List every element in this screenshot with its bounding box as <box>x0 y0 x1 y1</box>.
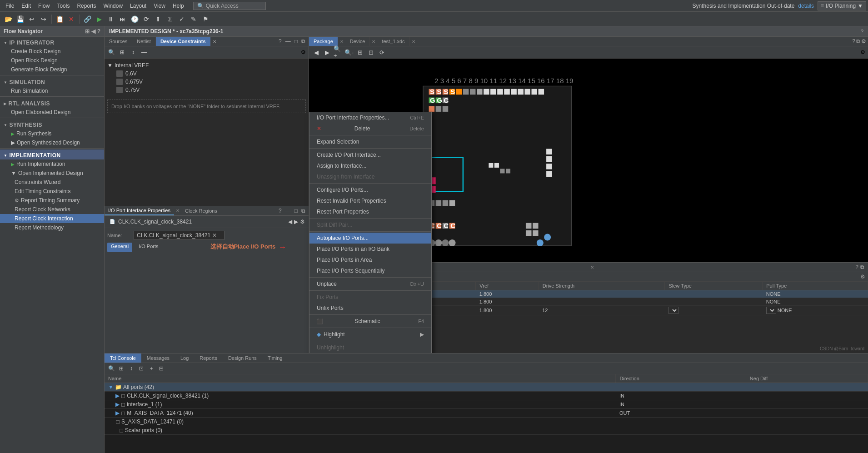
nav-open-elaborated[interactable]: Open Elaborated Design <box>0 108 104 117</box>
tb-undo-btn[interactable]: ↩ <box>26 14 37 25</box>
nav-report-clock-interaction[interactable]: Report Clock Interaction <box>0 214 104 223</box>
nav-section-simulation[interactable]: ▼ SIMULATION <box>0 76 104 86</box>
cm-schematic[interactable]: ⬛ Schematic F4 <box>309 316 431 327</box>
console-expand-icon[interactable]: ⊡ <box>137 364 145 373</box>
io-name-value[interactable]: CLK.CLK_signal_clock_38421 ✕ <box>134 231 224 240</box>
tab-action-minimize[interactable]: — <box>284 37 292 45</box>
console-add-icon[interactable]: + <box>147 364 155 373</box>
menu-window[interactable]: Window <box>100 2 126 10</box>
nav-open-synthesized[interactable]: ▶ Open Synthesized Design <box>0 138 104 147</box>
nav-open-implemented[interactable]: ▼ Open Implemented Design <box>0 169 104 178</box>
tb-edit-btn[interactable]: ✎ <box>188 14 199 25</box>
nav-section-implementation[interactable]: ▼ IMPLEMENTATION <box>0 149 104 159</box>
cm-place-in-bank[interactable]: Place I/O Ports in an I/O Bank <box>309 244 431 254</box>
console-tab-messages[interactable]: Messages <box>141 353 175 363</box>
port-row-maxis[interactable]: ▶ ◻ M_AXIS_DATA_12471 (40) OUT <box>105 409 868 418</box>
tab-device-constraints[interactable]: Device Constraints <box>156 37 211 46</box>
tb-run-btn[interactable]: ▶ <box>94 14 105 25</box>
tb-connect-btn[interactable]: 🔗 <box>82 14 93 25</box>
cm-reset-port[interactable]: Reset Port Properties <box>309 206 431 217</box>
io-ports-help[interactable]: ? <box>855 264 858 270</box>
details-link[interactable]: details <box>798 3 814 9</box>
tb-flag-btn[interactable]: ⚑ <box>200 14 211 25</box>
io-tab-close[interactable]: ✕ <box>174 208 181 213</box>
nav-section-synthesis[interactable]: ▼ SYNTHESIS <box>0 119 104 129</box>
cm-assign-interface[interactable]: Assign to Interface... <box>309 160 431 171</box>
tab-action-restore[interactable]: □ <box>293 37 299 45</box>
iface1-expand[interactable]: ▶ <box>115 401 120 408</box>
right-tab-settings[interactable]: ⚙ <box>861 38 866 45</box>
tb-sigma-btn[interactable]: Σ <box>165 14 175 25</box>
right-tab-max[interactable]: ⧉ <box>856 38 860 45</box>
tb-copy-btn[interactable]: 📋 <box>54 14 65 25</box>
menu-tools[interactable]: Tools <box>53 2 73 10</box>
tab-action-help[interactable]: ? <box>277 37 283 45</box>
dc-filter-icon[interactable]: ⊞ <box>118 48 126 56</box>
port-row-iface1[interactable]: ▶ ◻ interface_1 (1) IN <box>105 400 868 409</box>
cm-io-port-properties[interactable]: I/O Port Interface Properties... Ctrl+E <box>309 112 431 123</box>
io-panel-tab-properties[interactable]: I/O Port Interface Properties <box>105 206 174 215</box>
io-ports-maximize[interactable]: ⧉ <box>860 264 864 270</box>
io-fwd-arrow[interactable]: ▶ <box>294 219 298 225</box>
cm-configure-io[interactable]: Configure I/O Ports... <box>309 184 431 195</box>
nav-run-implementation[interactable]: ▶ Run Implementation <box>0 159 104 169</box>
tb-step-btn[interactable]: ⏭ <box>117 14 128 25</box>
io-settings-icon[interactable]: ⚙ <box>300 219 305 225</box>
dc-search-icon[interactable]: 🔍 <box>107 48 115 56</box>
console-sort-icon[interactable]: ↕ <box>127 364 135 373</box>
console-collapse-icon[interactable]: ⊟ <box>157 364 165 373</box>
quick-access-input[interactable]: 🔍 Quick Access <box>193 2 266 10</box>
rt-fit[interactable]: ⊞ <box>355 48 364 57</box>
console-tab-log[interactable]: Log <box>175 353 194 363</box>
io-ports-close[interactable]: ✕ <box>590 265 594 270</box>
package-tab-close[interactable]: ✕ <box>338 39 345 44</box>
tb-delete-btn[interactable]: ✕ <box>66 14 77 25</box>
io-tab-restore[interactable]: □ <box>293 207 299 215</box>
dc-settings-icon[interactable]: ⚙ <box>301 49 306 55</box>
io-ports-tab-btn[interactable]: I/O Ports <box>135 243 162 252</box>
tb-save-btn[interactable]: 💾 <box>15 14 25 25</box>
cm-place-in-area[interactable]: Place I/O Ports in Area <box>309 254 431 265</box>
nav-section-rtl[interactable]: ▶ RTL ANALYSIS <box>0 98 104 108</box>
io-tab-minimize[interactable]: — <box>284 207 292 215</box>
tb-redo-btn[interactable]: ↪ <box>38 14 49 25</box>
menu-edit[interactable]: Edit <box>18 2 35 10</box>
io-tab-max[interactable]: ⧉ <box>300 207 307 215</box>
vref-expand-icon[interactable]: ▼ <box>107 62 113 69</box>
cm-highlight[interactable]: ◆ Highlight ▶ <box>309 329 431 340</box>
cm-place-sequentially[interactable]: Place I/O Ports Sequentially <box>309 265 431 276</box>
flow-nav-icon-2[interactable]: ◀ <box>91 28 95 35</box>
tab-action-maximize[interactable]: ⧉ <box>300 37 307 45</box>
right-tab-help[interactable]: ? <box>852 38 855 45</box>
cm-autoplace[interactable]: Autoplace I/O Ports... <box>309 233 431 244</box>
io-ports-settings[interactable]: ⚙ <box>860 274 865 280</box>
xdc-tab-close[interactable]: ✕ <box>410 39 417 44</box>
cm-expand-selection[interactable]: Expand Selection <box>309 136 431 147</box>
clk-expand[interactable]: ▶ <box>115 393 120 399</box>
cm-reset-invalid[interactable]: Reset Invalid Port Properties <box>309 195 431 206</box>
nav-open-block-design[interactable]: Open Block Design <box>0 56 104 65</box>
tab-device[interactable]: Device <box>345 37 370 46</box>
console-filter-icon[interactable]: ⊞ <box>117 364 125 373</box>
device-tab-close[interactable]: ✕ <box>370 39 377 44</box>
nav-report-methodology[interactable]: Report Methodology <box>0 223 104 232</box>
io-name-clear[interactable]: ✕ <box>212 232 217 239</box>
rt-zoom-out[interactable]: 🔍- <box>344 48 354 57</box>
tab-netlist[interactable]: Netlist <box>132 37 156 46</box>
tb-refresh-btn[interactable]: ⟳ <box>141 14 152 25</box>
menu-view[interactable]: View <box>150 2 169 10</box>
tb-check-btn[interactable]: ✓ <box>176 14 187 25</box>
cm-create-io-interface[interactable]: Create I/O Port Interface... <box>309 149 431 160</box>
all-ports-expand[interactable]: ▼ <box>108 384 114 390</box>
flow-nav-icon-3[interactable]: ? <box>97 28 100 35</box>
tab-xdc[interactable]: test_1.xdc <box>377 37 409 46</box>
port-row-clk[interactable]: ▶ ◻ CLK.CLK_signal_clock_38421 (1) IN <box>105 392 868 400</box>
nav-create-block-design[interactable]: Create Block Design <box>0 47 104 56</box>
tab-sources[interactable]: Sources <box>105 37 132 46</box>
nav-constraints-wizard[interactable]: Constraints Wizard <box>0 178 104 187</box>
console-tab-reports[interactable]: Reports <box>194 353 223 363</box>
tb-upload-btn[interactable]: ⬆ <box>153 14 164 25</box>
cm-delete[interactable]: ✕ Delete Delete <box>309 123 431 134</box>
cm-unfix-ports[interactable]: Unfix Ports <box>309 303 431 314</box>
console-tab-design-runs[interactable]: Design Runs <box>223 353 262 363</box>
